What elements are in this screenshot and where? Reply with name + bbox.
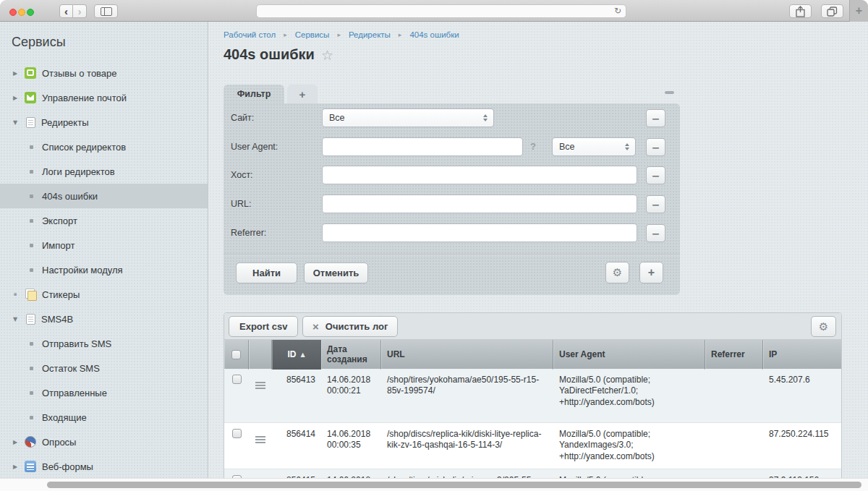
table-settings-button[interactable]: ⚙ xyxy=(811,316,836,337)
expander-expanded-icon[interactable]: ▼ xyxy=(10,119,20,126)
expander-collapsed-icon[interactable]: ▶ xyxy=(10,464,20,470)
sidebar-item-sms4b[interactable]: ▼ SMS4B xyxy=(0,307,208,331)
date-value: 14.06.2018 xyxy=(327,375,375,385)
sidebar-item-webforms[interactable]: ▶ Веб-формы xyxy=(0,454,208,479)
expander-collapsed-icon[interactable]: ▶ xyxy=(10,95,20,101)
row-checkbox[interactable] xyxy=(232,429,242,438)
sidebar-item-label: Импорт xyxy=(42,240,75,251)
remove-host-filter-button[interactable]: − xyxy=(646,166,665,184)
user-agent-mode-value: Все xyxy=(559,142,575,152)
collapse-filter-button[interactable] xyxy=(665,91,674,94)
remove-site-filter-button[interactable]: − xyxy=(646,109,665,127)
sidebar-subitem-redirect-list[interactable]: Список редиректов xyxy=(0,135,208,159)
find-button[interactable]: Найти xyxy=(236,262,297,283)
column-header-referrer[interactable]: Referrer xyxy=(705,340,763,370)
host-input[interactable] xyxy=(322,166,637,184)
site-label: Сайт: xyxy=(231,108,254,127)
cancel-button[interactable]: Отменить xyxy=(304,262,368,283)
url-input[interactable] xyxy=(322,195,637,213)
sidebar-item-stickers[interactable]: ▪ Стикеры xyxy=(0,282,208,307)
breadcrumb-link-redirects[interactable]: Редиректы xyxy=(349,30,391,39)
add-filter-field-button[interactable]: + xyxy=(639,262,663,283)
new-tab-button[interactable]: + xyxy=(849,0,868,22)
user-agent-input[interactable] xyxy=(322,137,523,156)
bullet-icon xyxy=(30,170,33,174)
sidebar-item-mail[interactable]: ▶ Управление почтой xyxy=(0,85,208,110)
gear-icon: ⚙ xyxy=(819,320,828,333)
close-window-button[interactable] xyxy=(9,9,17,16)
reload-icon[interactable]: ↻ xyxy=(614,6,621,16)
sidebar-toggle-button[interactable] xyxy=(94,4,118,18)
breadcrumb-link-404-errors[interactable]: 404s ошибки xyxy=(409,30,459,39)
user-agent-mode-select[interactable]: Все xyxy=(552,137,636,156)
expander-expanded-icon[interactable]: ▼ xyxy=(10,316,20,323)
breadcrumb-link-desktop[interactable]: Рабочий стол xyxy=(224,30,276,39)
sidebar-subitem-import[interactable]: Импорт xyxy=(0,233,208,257)
expander-collapsed-icon[interactable]: ▶ xyxy=(10,439,20,445)
column-header-user-agent[interactable]: User Agent xyxy=(553,340,705,370)
referrer-input[interactable] xyxy=(322,223,637,242)
clear-log-button[interactable]: × Очистить лог xyxy=(302,316,398,337)
horizontal-scrollbar-thumb[interactable] xyxy=(47,482,861,488)
export-csv-button[interactable]: Export csv xyxy=(229,316,298,337)
row-checkbox[interactable] xyxy=(232,375,242,384)
cell-id: 856413 xyxy=(272,369,321,422)
remove-user-agent-filter-button[interactable]: − xyxy=(646,138,665,156)
drag-handle-icon[interactable] xyxy=(255,382,265,389)
sidebar-subitem-send-sms[interactable]: Отправить SMS xyxy=(0,331,208,356)
remove-url-filter-button[interactable]: − xyxy=(646,195,665,213)
page-title: 404s ошибки xyxy=(224,46,315,63)
expander-collapsed-icon[interactable]: ▶ xyxy=(10,70,20,77)
tabs-overview-icon xyxy=(827,7,838,17)
sidebar-item-label: Веб-формы xyxy=(42,461,93,472)
sidebar-item-redirects[interactable]: ▼ Редиректы xyxy=(0,110,208,135)
zoom-window-button[interactable] xyxy=(27,9,34,16)
sidebar-title: Сервисы xyxy=(12,35,208,50)
minimize-window-button[interactable] xyxy=(18,9,25,16)
column-header-ip[interactable]: IP xyxy=(763,340,841,370)
cell-user-agent: Mozilla/5.0 (compatible; YaDirectFetcher… xyxy=(553,369,705,422)
column-header-url[interactable]: URL xyxy=(381,340,553,370)
cell-ip: 87.250.224.115 xyxy=(763,423,841,469)
filter-footer-divider xyxy=(224,254,680,255)
column-header-date[interactable]: Дата создания xyxy=(321,340,381,370)
cell-referrer xyxy=(705,369,763,422)
sidebar-item-label: Входящие xyxy=(42,412,87,423)
nav-buttons: ‹ › xyxy=(59,4,87,18)
sidebar-subitem-export[interactable]: Экспорт xyxy=(0,208,208,233)
horizontal-scrollbar xyxy=(0,478,868,491)
show-tabs-button[interactable] xyxy=(821,4,843,18)
remove-referrer-filter-button[interactable]: − xyxy=(646,224,665,242)
tab-filter[interactable]: Фильтр xyxy=(224,85,284,103)
sidebar-subitem-redirect-logs[interactable]: Логи редиректов xyxy=(0,159,208,184)
sidebar-subitem-inbox[interactable]: Входящие xyxy=(0,405,208,430)
sidebar-subitem-404-errors-selected[interactable]: 404s ошибки xyxy=(0,184,208,208)
document-module-icon xyxy=(26,314,35,325)
breadcrumb-separator-icon: ▸ xyxy=(337,31,341,38)
sidebar-item-polls[interactable]: ▶ Опросы xyxy=(0,430,208,454)
sidebar-item-label: Стикеры xyxy=(42,289,80,300)
sidebar-item-label: Отправленные xyxy=(42,388,107,398)
drag-handle-icon[interactable] xyxy=(255,436,265,443)
share-icon xyxy=(796,6,805,17)
sidebar-item-label: Настройки модуля xyxy=(42,265,123,276)
sidebar-subitem-sms-balance[interactable]: Остаток SMS xyxy=(0,356,208,380)
sidebar-item-reviews[interactable]: ▶ Отзывы о товаре xyxy=(0,61,208,85)
back-button[interactable]: ‹ xyxy=(59,4,73,18)
sidebar-subitem-module-settings[interactable]: Настройки модуля xyxy=(0,257,208,282)
site-select[interactable]: Все xyxy=(322,108,494,127)
address-bar[interactable]: ↻ xyxy=(256,4,626,18)
date-value: 14.06.2018 xyxy=(327,429,375,440)
filter-settings-button[interactable]: ⚙ xyxy=(605,262,629,283)
forward-button[interactable]: › xyxy=(73,4,87,18)
select-all-checkbox[interactable] xyxy=(231,350,241,359)
help-icon[interactable]: ? xyxy=(530,137,536,156)
breadcrumb-link-services[interactable]: Сервисы xyxy=(295,30,330,39)
column-header-id[interactable]: ID ▲ xyxy=(272,340,321,370)
sidebar-item-label: Управление почтой xyxy=(42,93,127,103)
share-button[interactable] xyxy=(789,4,812,18)
sidebar-subitem-sent[interactable]: Отправленные xyxy=(0,380,208,405)
browser-toolbar: ‹ › ↻ + xyxy=(0,0,868,22)
favorite-star-icon[interactable]: ☆ xyxy=(321,47,333,63)
add-filter-tab-button[interactable]: + xyxy=(287,85,318,103)
